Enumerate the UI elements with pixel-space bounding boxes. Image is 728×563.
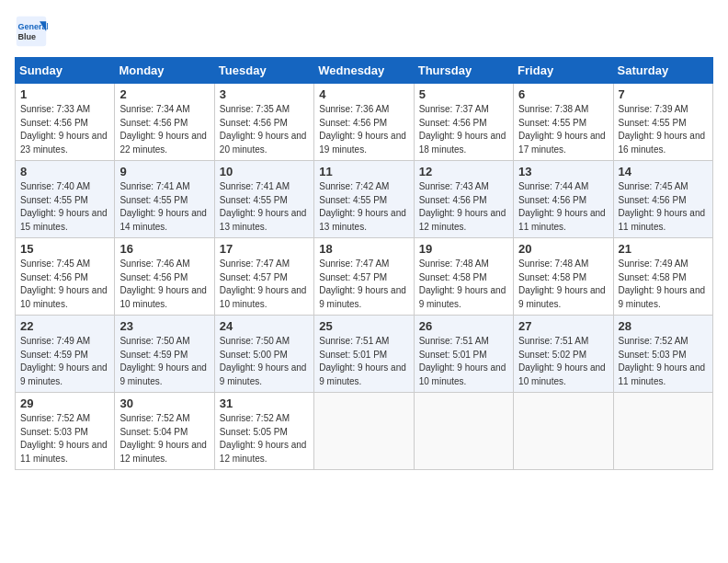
calendar-cell: 30Sunrise: 7:52 AMSunset: 5:04 PMDayligh… <box>115 393 214 470</box>
day-number: 3 <box>220 87 309 101</box>
calendar-cell: 9Sunrise: 7:41 AMSunset: 4:55 PMDaylight… <box>115 161 214 238</box>
weekday-header: Wednesday <box>314 58 414 84</box>
day-info: Sunrise: 7:48 AMSunset: 4:58 PMDaylight:… <box>419 258 508 311</box>
calendar-cell: 2Sunrise: 7:34 AMSunset: 4:56 PMDaylight… <box>115 84 214 161</box>
calendar-cell <box>414 393 513 470</box>
day-info: Sunrise: 7:41 AMSunset: 4:55 PMDaylight:… <box>220 180 309 234</box>
calendar-cell: 1Sunrise: 7:33 AMSunset: 4:56 PMDaylight… <box>16 84 115 161</box>
calendar-cell: 15Sunrise: 7:45 AMSunset: 4:56 PMDayligh… <box>16 238 115 316</box>
day-number: 4 <box>319 87 408 101</box>
calendar-cell: 23Sunrise: 7:50 AMSunset: 4:59 PMDayligh… <box>115 316 214 393</box>
day-number: 17 <box>220 242 309 256</box>
calendar-cell: 29Sunrise: 7:52 AMSunset: 5:03 PMDayligh… <box>16 393 115 470</box>
day-info: Sunrise: 7:49 AMSunset: 4:59 PMDaylight:… <box>20 335 109 388</box>
calendar-week: 29Sunrise: 7:52 AMSunset: 5:03 PMDayligh… <box>16 393 713 470</box>
day-info: Sunrise: 7:40 AMSunset: 4:55 PMDaylight:… <box>20 180 109 234</box>
weekday-header: Monday <box>115 58 214 84</box>
calendar-cell: 4Sunrise: 7:36 AMSunset: 4:56 PMDaylight… <box>314 84 414 161</box>
day-info: Sunrise: 7:41 AMSunset: 4:55 PMDaylight:… <box>119 180 209 234</box>
day-number: 20 <box>518 242 608 256</box>
day-info: Sunrise: 7:35 AMSunset: 4:56 PMDaylight:… <box>220 103 309 156</box>
day-info: Sunrise: 7:36 AMSunset: 4:56 PMDaylight:… <box>319 103 408 156</box>
calendar-cell <box>514 393 613 470</box>
day-info: Sunrise: 7:47 AMSunset: 4:57 PMDaylight:… <box>319 258 408 311</box>
day-number: 2 <box>119 87 209 101</box>
calendar-cell: 28Sunrise: 7:52 AMSunset: 5:03 PMDayligh… <box>613 316 712 393</box>
calendar-header: SundayMondayTuesdayWednesdayThursdayFrid… <box>16 58 713 84</box>
calendar-cell: 12Sunrise: 7:43 AMSunset: 4:56 PMDayligh… <box>414 161 513 238</box>
weekday-header: Tuesday <box>214 58 313 84</box>
day-info: Sunrise: 7:50 AMSunset: 4:59 PMDaylight:… <box>119 335 209 388</box>
day-number: 15 <box>20 242 109 256</box>
weekday-header: Friday <box>514 58 613 84</box>
day-info: Sunrise: 7:38 AMSunset: 4:55 PMDaylight:… <box>518 103 608 156</box>
day-number: 14 <box>619 165 708 178</box>
day-number: 12 <box>419 165 508 178</box>
calendar-week: 22Sunrise: 7:49 AMSunset: 4:59 PMDayligh… <box>16 316 713 393</box>
calendar-table: SundayMondayTuesdayWednesdayThursdayFrid… <box>15 57 713 470</box>
calendar-cell: 25Sunrise: 7:51 AMSunset: 5:01 PMDayligh… <box>314 316 414 393</box>
day-number: 23 <box>119 319 209 333</box>
calendar-week: 8Sunrise: 7:40 AMSunset: 4:55 PMDaylight… <box>16 161 713 238</box>
day-info: Sunrise: 7:42 AMSunset: 4:55 PMDaylight:… <box>319 180 408 234</box>
svg-text:Blue: Blue <box>18 32 37 41</box>
calendar-cell: 16Sunrise: 7:46 AMSunset: 4:56 PMDayligh… <box>115 238 214 316</box>
calendar-cell <box>613 393 712 470</box>
day-number: 5 <box>419 87 508 101</box>
day-number: 13 <box>518 165 608 178</box>
logo: General Blue <box>15 15 51 48</box>
day-number: 7 <box>619 87 708 101</box>
day-info: Sunrise: 7:39 AMSunset: 4:55 PMDaylight:… <box>619 103 708 156</box>
day-number: 11 <box>319 165 408 178</box>
day-info: Sunrise: 7:51 AMSunset: 5:01 PMDaylight:… <box>319 335 408 388</box>
calendar-cell: 19Sunrise: 7:48 AMSunset: 4:58 PMDayligh… <box>414 238 513 316</box>
calendar-cell: 31Sunrise: 7:52 AMSunset: 5:05 PMDayligh… <box>214 393 313 470</box>
day-info: Sunrise: 7:45 AMSunset: 4:56 PMDaylight:… <box>619 180 708 234</box>
day-info: Sunrise: 7:48 AMSunset: 4:58 PMDaylight:… <box>518 258 608 311</box>
calendar-cell: 7Sunrise: 7:39 AMSunset: 4:55 PMDaylight… <box>613 84 712 161</box>
day-info: Sunrise: 7:49 AMSunset: 4:58 PMDaylight:… <box>619 258 708 311</box>
day-number: 28 <box>619 319 708 333</box>
calendar-cell: 27Sunrise: 7:51 AMSunset: 5:02 PMDayligh… <box>514 316 613 393</box>
calendar-cell: 21Sunrise: 7:49 AMSunset: 4:58 PMDayligh… <box>613 238 712 316</box>
calendar-cell: 20Sunrise: 7:48 AMSunset: 4:58 PMDayligh… <box>514 238 613 316</box>
day-number: 22 <box>20 319 109 333</box>
day-number: 16 <box>119 242 209 256</box>
day-number: 1 <box>20 87 109 101</box>
weekday-header: Sunday <box>16 58 115 84</box>
calendar-cell: 8Sunrise: 7:40 AMSunset: 4:55 PMDaylight… <box>16 161 115 238</box>
day-number: 21 <box>619 242 708 256</box>
calendar-cell: 10Sunrise: 7:41 AMSunset: 4:55 PMDayligh… <box>214 161 313 238</box>
calendar-cell: 6Sunrise: 7:38 AMSunset: 4:55 PMDaylight… <box>514 84 613 161</box>
day-number: 27 <box>518 319 608 333</box>
calendar-week: 15Sunrise: 7:45 AMSunset: 4:56 PMDayligh… <box>16 238 713 316</box>
day-number: 18 <box>319 242 408 256</box>
day-info: Sunrise: 7:51 AMSunset: 5:01 PMDaylight:… <box>419 335 508 388</box>
page-header: General Blue <box>15 15 713 48</box>
calendar-cell: 5Sunrise: 7:37 AMSunset: 4:56 PMDaylight… <box>414 84 513 161</box>
day-info: Sunrise: 7:46 AMSunset: 4:56 PMDaylight:… <box>119 258 209 311</box>
day-info: Sunrise: 7:51 AMSunset: 5:02 PMDaylight:… <box>518 335 608 388</box>
calendar-cell: 14Sunrise: 7:45 AMSunset: 4:56 PMDayligh… <box>613 161 712 238</box>
day-info: Sunrise: 7:33 AMSunset: 4:56 PMDaylight:… <box>20 103 109 156</box>
calendar-cell: 11Sunrise: 7:42 AMSunset: 4:55 PMDayligh… <box>314 161 414 238</box>
calendar-cell: 13Sunrise: 7:44 AMSunset: 4:56 PMDayligh… <box>514 161 613 238</box>
day-number: 6 <box>518 87 608 101</box>
day-info: Sunrise: 7:34 AMSunset: 4:56 PMDaylight:… <box>119 103 209 156</box>
day-number: 10 <box>220 165 309 178</box>
day-number: 30 <box>119 396 209 410</box>
day-number: 26 <box>419 319 508 333</box>
calendar-cell: 24Sunrise: 7:50 AMSunset: 5:00 PMDayligh… <box>214 316 313 393</box>
day-number: 29 <box>20 396 109 410</box>
calendar-week: 1Sunrise: 7:33 AMSunset: 4:56 PMDaylight… <box>16 84 713 161</box>
day-info: Sunrise: 7:45 AMSunset: 4:56 PMDaylight:… <box>20 258 109 311</box>
day-info: Sunrise: 7:52 AMSunset: 5:03 PMDaylight:… <box>20 412 109 465</box>
day-info: Sunrise: 7:52 AMSunset: 5:03 PMDaylight:… <box>619 335 708 388</box>
logo-icon: General Blue <box>15 15 48 48</box>
day-number: 25 <box>319 319 408 333</box>
day-info: Sunrise: 7:37 AMSunset: 4:56 PMDaylight:… <box>419 103 508 156</box>
calendar-cell: 17Sunrise: 7:47 AMSunset: 4:57 PMDayligh… <box>214 238 313 316</box>
calendar-cell: 18Sunrise: 7:47 AMSunset: 4:57 PMDayligh… <box>314 238 414 316</box>
day-info: Sunrise: 7:50 AMSunset: 5:00 PMDaylight:… <box>220 335 309 388</box>
weekday-header: Saturday <box>613 58 712 84</box>
